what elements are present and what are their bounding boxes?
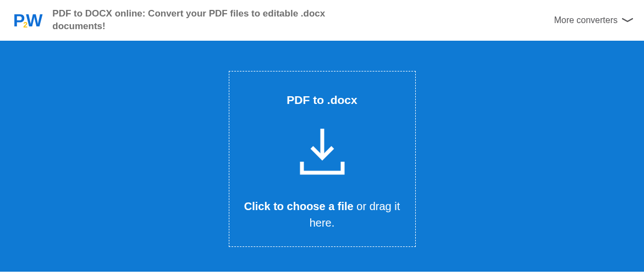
header: P 2 W PDF to DOCX online: Convert your P… [0, 0, 644, 41]
chevron-down-icon [622, 18, 633, 23]
more-converters-label: More converters [554, 15, 618, 25]
download-icon [296, 128, 348, 177]
logo-digit-2: 2 [23, 21, 27, 29]
dropzone-instruction: Click to choose a file or drag it here. [240, 198, 404, 231]
main-area: PDF to .docx Click to choose a file or d… [0, 41, 644, 272]
logo[interactable]: P 2 W [13, 12, 42, 29]
dropzone-cta-bold: Click to choose a file [244, 200, 354, 212]
page-title: PDF to DOCX online: Convert your PDF fil… [52, 8, 344, 33]
file-dropzone[interactable]: PDF to .docx Click to choose a file or d… [229, 71, 416, 247]
logo-letter-w: W [26, 12, 42, 29]
more-converters-dropdown[interactable]: More converters [554, 15, 633, 25]
header-left: P 2 W PDF to DOCX online: Convert your P… [13, 8, 344, 33]
dropzone-title: PDF to .docx [287, 94, 357, 107]
